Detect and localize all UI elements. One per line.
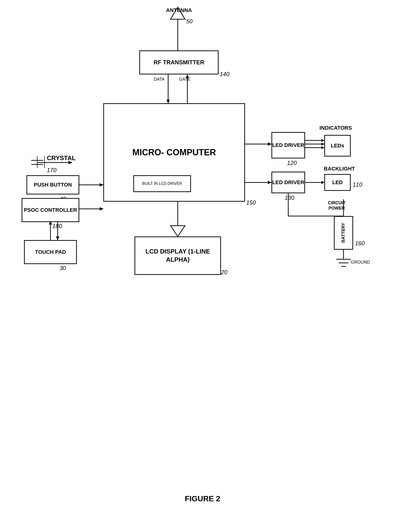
- psoc-controller-ref: 180: [52, 223, 62, 230]
- lcd-display-ref: 20: [221, 269, 228, 276]
- push-button-block: PUSH BUTTON: [27, 175, 79, 194]
- indicators-label: INDICATORS: [319, 125, 352, 131]
- svg-marker-37: [100, 207, 103, 211]
- data-label: DATA: [154, 77, 165, 82]
- lcd-display-block: LCD DISPLAY (1-LINE ALPHA): [135, 236, 221, 275]
- svg-marker-27: [170, 226, 185, 236]
- antenna-ref: 50: [186, 18, 193, 25]
- svg-marker-15: [268, 181, 271, 184]
- gate-label: GATE: [179, 77, 190, 82]
- svg-marker-7: [268, 142, 271, 146]
- crystal-label: CRYSTAL: [47, 154, 76, 162]
- microcomputer-ref: 150: [246, 199, 256, 206]
- antenna-label: ANTENNA: [163, 7, 195, 13]
- ground-label: GROUND: [351, 260, 370, 265]
- svg-marker-11: [321, 139, 324, 142]
- touch-pad-ref: 30: [60, 265, 66, 272]
- led-driver-bot-block: LED DRIVER: [271, 172, 305, 193]
- led-driver-top-ref: 120: [287, 160, 297, 166]
- touch-pad-block: TOUCH PAD: [24, 240, 77, 264]
- svg-marker-3: [167, 100, 170, 103]
- built-in-lcd-block: BUILT IN LCD DRIVER: [133, 175, 191, 192]
- circuit-power-label: CIRCUIT POWER: [328, 200, 345, 211]
- leds-block: LEDs: [324, 135, 351, 157]
- psoc-controller-block: PSOC CONTROLLER: [22, 198, 79, 222]
- led-driver-top-block: LED DRIVER: [271, 132, 305, 159]
- svg-marker-12: [321, 143, 324, 146]
- svg-marker-35: [100, 183, 103, 186]
- rf-transmitter-ref: 140: [220, 71, 230, 78]
- rf-transmitter-block: RF TRANSMITTER: [139, 50, 219, 74]
- crystal-ref: 170: [47, 167, 56, 173]
- led-backlight-block: LED: [324, 174, 351, 191]
- svg-marker-41: [56, 236, 59, 240]
- backlight-label: BACKLIGHT: [324, 166, 355, 172]
- led-driver-bot-ref: 130: [285, 194, 294, 201]
- battery-ref: 160: [355, 240, 365, 247]
- battery-block: BATTERY: [334, 216, 353, 250]
- diagram-container: ANTENNA 50 RF TRANSMITTER 140 DATA GATE …: [0, 0, 405, 532]
- svg-marker-13: [321, 146, 324, 149]
- figure-caption: FIGURE 2: [0, 494, 405, 503]
- led-backlight-ref: 110: [353, 181, 362, 188]
- svg-marker-17: [321, 181, 324, 184]
